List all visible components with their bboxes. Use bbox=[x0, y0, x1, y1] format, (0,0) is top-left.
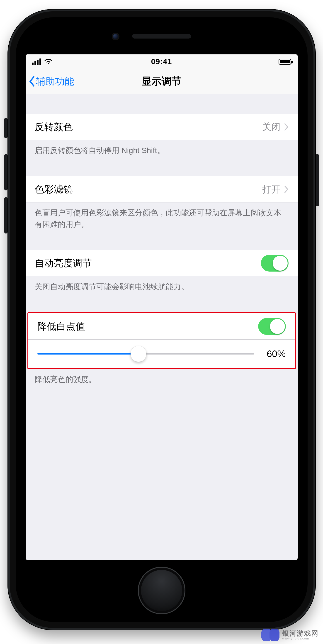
white-point-slider[interactable] bbox=[38, 347, 254, 361]
home-button[interactable] bbox=[138, 567, 186, 614]
color-filter-row[interactable]: 色彩滤镜 打开 bbox=[26, 176, 298, 202]
status-bar: 09:41 bbox=[26, 54, 298, 69]
front-camera bbox=[112, 33, 120, 40]
status-time: 09:41 bbox=[26, 57, 298, 66]
chevron-left-icon bbox=[29, 76, 36, 87]
white-point-value: 60% bbox=[261, 348, 286, 359]
back-button[interactable]: 辅助功能 bbox=[26, 75, 74, 88]
wifi-icon bbox=[44, 58, 52, 65]
watermark-url: www.yhuids.com bbox=[282, 637, 318, 640]
auto-brightness-note: 关闭自动亮度调节可能会影响电池续航能力。 bbox=[26, 276, 298, 292]
power-button bbox=[316, 154, 319, 206]
invert-colors-label: 反转颜色 bbox=[35, 120, 262, 133]
nav-bar: 辅助功能 显示调节 bbox=[26, 69, 298, 94]
invert-colors-value: 关闭 bbox=[262, 120, 280, 133]
back-label: 辅助功能 bbox=[36, 75, 74, 88]
invert-colors-row[interactable]: 反转颜色 关闭 bbox=[26, 114, 298, 140]
reduce-white-point-row: 降低白点值 bbox=[28, 313, 295, 340]
watermark-logo-icon bbox=[261, 628, 280, 641]
auto-brightness-toggle[interactable] bbox=[261, 255, 288, 272]
color-filter-value: 打开 bbox=[262, 183, 280, 196]
auto-brightness-row: 自动亮度调节 bbox=[26, 250, 298, 276]
device-frame: 09:41 辅助功能 显示调节 反转颜色 关闭 bbox=[8, 9, 316, 630]
watermark-name: 银河游戏网 bbox=[282, 630, 318, 637]
reduce-white-point-label: 降低白点值 bbox=[38, 320, 258, 333]
settings-content: 反转颜色 关闭 启用反转颜色将自动停用 Night Shift。 色彩滤镜 打开… bbox=[26, 94, 298, 385]
cellular-signal-icon bbox=[32, 58, 41, 65]
volume-down-button bbox=[4, 197, 8, 234]
earpiece bbox=[132, 34, 191, 38]
color-filter-note: 色盲用户可使用色彩滤镜来区分颜色，此功能还可帮助在屏幕上阅读文本有困难的用户。 bbox=[26, 202, 298, 230]
reduce-white-point-note: 降低亮色的强度。 bbox=[26, 369, 298, 385]
watermark: 银河游戏网 www.yhuids.com bbox=[261, 628, 318, 641]
white-point-slider-row: 60% bbox=[28, 340, 295, 368]
battery-icon bbox=[278, 59, 291, 64]
invert-colors-note: 启用反转颜色将自动停用 Night Shift。 bbox=[26, 140, 298, 156]
reduce-white-point-toggle[interactable] bbox=[258, 318, 286, 335]
reduce-white-point-section: 降低白点值 60% bbox=[28, 312, 296, 369]
volume-up-button bbox=[4, 154, 8, 190]
mute-switch bbox=[4, 118, 8, 138]
chevron-right-icon bbox=[284, 123, 288, 131]
color-filter-label: 色彩滤镜 bbox=[35, 183, 262, 196]
auto-brightness-label: 自动亮度调节 bbox=[35, 257, 261, 270]
screen: 09:41 辅助功能 显示调节 反转颜色 关闭 bbox=[26, 54, 298, 560]
chevron-right-icon bbox=[284, 186, 288, 193]
